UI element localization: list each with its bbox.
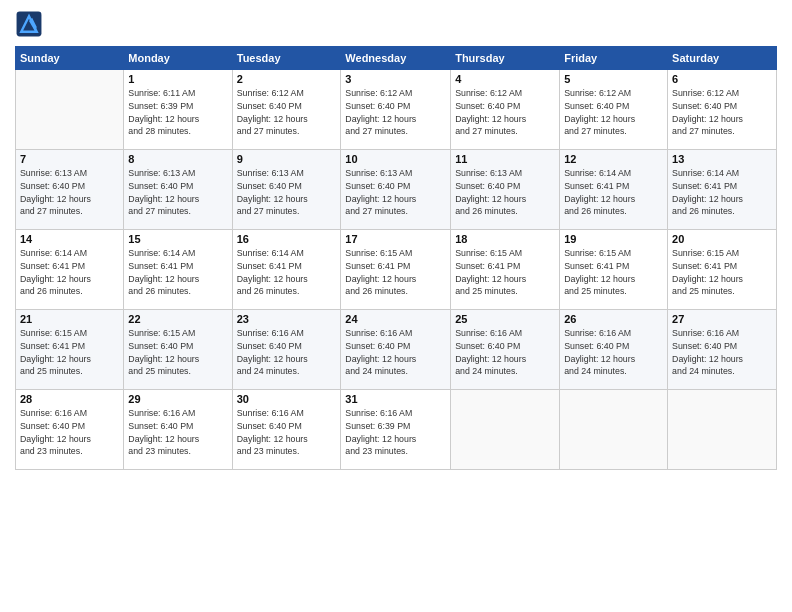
calendar-cell: 6Sunrise: 6:12 AM Sunset: 6:40 PM Daylig…: [668, 70, 777, 150]
calendar-cell: 5Sunrise: 6:12 AM Sunset: 6:40 PM Daylig…: [560, 70, 668, 150]
day-number: 11: [455, 153, 555, 165]
logo: [15, 10, 47, 38]
weekday-header-thursday: Thursday: [451, 47, 560, 70]
calendar-cell: 2Sunrise: 6:12 AM Sunset: 6:40 PM Daylig…: [232, 70, 341, 150]
day-number: 2: [237, 73, 337, 85]
calendar-cell: [16, 70, 124, 150]
day-info: Sunrise: 6:13 AM Sunset: 6:40 PM Dayligh…: [20, 167, 119, 218]
day-number: 1: [128, 73, 227, 85]
weekday-header-tuesday: Tuesday: [232, 47, 341, 70]
day-info: Sunrise: 6:15 AM Sunset: 6:41 PM Dayligh…: [345, 247, 446, 298]
day-info: Sunrise: 6:15 AM Sunset: 6:40 PM Dayligh…: [128, 327, 227, 378]
day-info: Sunrise: 6:13 AM Sunset: 6:40 PM Dayligh…: [455, 167, 555, 218]
calendar-cell: 26Sunrise: 6:16 AM Sunset: 6:40 PM Dayli…: [560, 310, 668, 390]
calendar-cell: 25Sunrise: 6:16 AM Sunset: 6:40 PM Dayli…: [451, 310, 560, 390]
day-number: 31: [345, 393, 446, 405]
day-info: Sunrise: 6:14 AM Sunset: 6:41 PM Dayligh…: [672, 167, 772, 218]
day-number: 30: [237, 393, 337, 405]
calendar-table: SundayMondayTuesdayWednesdayThursdayFrid…: [15, 46, 777, 470]
calendar-cell: 12Sunrise: 6:14 AM Sunset: 6:41 PM Dayli…: [560, 150, 668, 230]
calendar-week-row: 1Sunrise: 6:11 AM Sunset: 6:39 PM Daylig…: [16, 70, 777, 150]
day-info: Sunrise: 6:14 AM Sunset: 6:41 PM Dayligh…: [564, 167, 663, 218]
weekday-header-row: SundayMondayTuesdayWednesdayThursdayFrid…: [16, 47, 777, 70]
calendar-week-row: 28Sunrise: 6:16 AM Sunset: 6:40 PM Dayli…: [16, 390, 777, 470]
day-number: 19: [564, 233, 663, 245]
calendar-cell: 31Sunrise: 6:16 AM Sunset: 6:39 PM Dayli…: [341, 390, 451, 470]
calendar-cell: [668, 390, 777, 470]
calendar-cell: 15Sunrise: 6:14 AM Sunset: 6:41 PM Dayli…: [124, 230, 232, 310]
day-info: Sunrise: 6:16 AM Sunset: 6:40 PM Dayligh…: [455, 327, 555, 378]
calendar-cell: 28Sunrise: 6:16 AM Sunset: 6:40 PM Dayli…: [16, 390, 124, 470]
day-number: 5: [564, 73, 663, 85]
day-number: 17: [345, 233, 446, 245]
day-info: Sunrise: 6:14 AM Sunset: 6:41 PM Dayligh…: [128, 247, 227, 298]
day-number: 18: [455, 233, 555, 245]
day-info: Sunrise: 6:16 AM Sunset: 6:40 PM Dayligh…: [237, 327, 337, 378]
day-number: 24: [345, 313, 446, 325]
day-info: Sunrise: 6:14 AM Sunset: 6:41 PM Dayligh…: [20, 247, 119, 298]
calendar-cell: 8Sunrise: 6:13 AM Sunset: 6:40 PM Daylig…: [124, 150, 232, 230]
weekday-header-sunday: Sunday: [16, 47, 124, 70]
day-info: Sunrise: 6:16 AM Sunset: 6:40 PM Dayligh…: [564, 327, 663, 378]
day-number: 8: [128, 153, 227, 165]
day-number: 25: [455, 313, 555, 325]
day-number: 4: [455, 73, 555, 85]
day-number: 10: [345, 153, 446, 165]
calendar-cell: 11Sunrise: 6:13 AM Sunset: 6:40 PM Dayli…: [451, 150, 560, 230]
page: SundayMondayTuesdayWednesdayThursdayFrid…: [0, 0, 792, 612]
logo-icon: [15, 10, 43, 38]
day-info: Sunrise: 6:12 AM Sunset: 6:40 PM Dayligh…: [672, 87, 772, 138]
day-number: 22: [128, 313, 227, 325]
day-number: 15: [128, 233, 227, 245]
calendar-cell: 16Sunrise: 6:14 AM Sunset: 6:41 PM Dayli…: [232, 230, 341, 310]
calendar-week-row: 7Sunrise: 6:13 AM Sunset: 6:40 PM Daylig…: [16, 150, 777, 230]
day-info: Sunrise: 6:12 AM Sunset: 6:40 PM Dayligh…: [455, 87, 555, 138]
day-info: Sunrise: 6:12 AM Sunset: 6:40 PM Dayligh…: [237, 87, 337, 138]
calendar-cell: 24Sunrise: 6:16 AM Sunset: 6:40 PM Dayli…: [341, 310, 451, 390]
day-info: Sunrise: 6:16 AM Sunset: 6:40 PM Dayligh…: [20, 407, 119, 458]
calendar-cell: 4Sunrise: 6:12 AM Sunset: 6:40 PM Daylig…: [451, 70, 560, 150]
day-info: Sunrise: 6:16 AM Sunset: 6:40 PM Dayligh…: [128, 407, 227, 458]
calendar-cell: 27Sunrise: 6:16 AM Sunset: 6:40 PM Dayli…: [668, 310, 777, 390]
day-number: 27: [672, 313, 772, 325]
day-info: Sunrise: 6:15 AM Sunset: 6:41 PM Dayligh…: [20, 327, 119, 378]
weekday-header-monday: Monday: [124, 47, 232, 70]
weekday-header-friday: Friday: [560, 47, 668, 70]
day-info: Sunrise: 6:13 AM Sunset: 6:40 PM Dayligh…: [345, 167, 446, 218]
day-info: Sunrise: 6:16 AM Sunset: 6:39 PM Dayligh…: [345, 407, 446, 458]
calendar-cell: 13Sunrise: 6:14 AM Sunset: 6:41 PM Dayli…: [668, 150, 777, 230]
calendar-cell: 3Sunrise: 6:12 AM Sunset: 6:40 PM Daylig…: [341, 70, 451, 150]
day-info: Sunrise: 6:12 AM Sunset: 6:40 PM Dayligh…: [345, 87, 446, 138]
calendar-cell: 22Sunrise: 6:15 AM Sunset: 6:40 PM Dayli…: [124, 310, 232, 390]
calendar-week-row: 14Sunrise: 6:14 AM Sunset: 6:41 PM Dayli…: [16, 230, 777, 310]
day-info: Sunrise: 6:13 AM Sunset: 6:40 PM Dayligh…: [237, 167, 337, 218]
day-number: 21: [20, 313, 119, 325]
calendar-cell: [451, 390, 560, 470]
weekday-header-saturday: Saturday: [668, 47, 777, 70]
day-number: 26: [564, 313, 663, 325]
day-number: 12: [564, 153, 663, 165]
calendar-cell: 9Sunrise: 6:13 AM Sunset: 6:40 PM Daylig…: [232, 150, 341, 230]
day-number: 16: [237, 233, 337, 245]
day-number: 13: [672, 153, 772, 165]
calendar-cell: 1Sunrise: 6:11 AM Sunset: 6:39 PM Daylig…: [124, 70, 232, 150]
calendar-cell: 7Sunrise: 6:13 AM Sunset: 6:40 PM Daylig…: [16, 150, 124, 230]
day-info: Sunrise: 6:16 AM Sunset: 6:40 PM Dayligh…: [672, 327, 772, 378]
calendar-body: 1Sunrise: 6:11 AM Sunset: 6:39 PM Daylig…: [16, 70, 777, 470]
day-number: 23: [237, 313, 337, 325]
day-info: Sunrise: 6:16 AM Sunset: 6:40 PM Dayligh…: [345, 327, 446, 378]
day-number: 29: [128, 393, 227, 405]
calendar-cell: 21Sunrise: 6:15 AM Sunset: 6:41 PM Dayli…: [16, 310, 124, 390]
calendar-cell: 30Sunrise: 6:16 AM Sunset: 6:40 PM Dayli…: [232, 390, 341, 470]
calendar-cell: [560, 390, 668, 470]
calendar-cell: 29Sunrise: 6:16 AM Sunset: 6:40 PM Dayli…: [124, 390, 232, 470]
day-info: Sunrise: 6:15 AM Sunset: 6:41 PM Dayligh…: [455, 247, 555, 298]
day-info: Sunrise: 6:14 AM Sunset: 6:41 PM Dayligh…: [237, 247, 337, 298]
header: [15, 10, 777, 38]
day-info: Sunrise: 6:16 AM Sunset: 6:40 PM Dayligh…: [237, 407, 337, 458]
day-number: 28: [20, 393, 119, 405]
calendar-cell: 23Sunrise: 6:16 AM Sunset: 6:40 PM Dayli…: [232, 310, 341, 390]
calendar-cell: 10Sunrise: 6:13 AM Sunset: 6:40 PM Dayli…: [341, 150, 451, 230]
calendar-cell: 14Sunrise: 6:14 AM Sunset: 6:41 PM Dayli…: [16, 230, 124, 310]
day-info: Sunrise: 6:13 AM Sunset: 6:40 PM Dayligh…: [128, 167, 227, 218]
